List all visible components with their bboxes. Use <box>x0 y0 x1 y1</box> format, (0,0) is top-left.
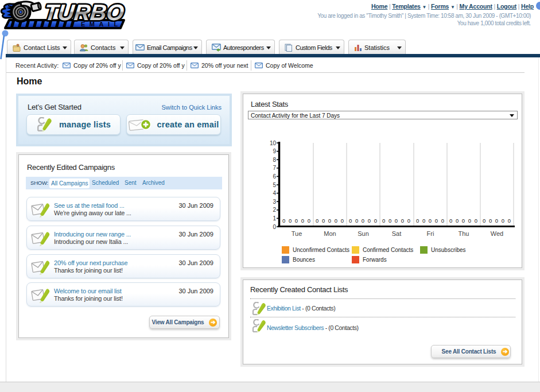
svg-text:7: 7 <box>273 165 276 171</box>
svg-text:Unconfirmed Contacts: Unconfirmed Contacts <box>293 247 349 253</box>
svg-text:Tue: Tue <box>291 230 302 237</box>
svg-text:0 0 0 0 0: 0 0 0 0 0 <box>416 218 444 224</box>
svg-text:Unsubscribes: Unsubscribes <box>431 247 466 253</box>
svg-text:0 0 0 0 0: 0 0 0 0 0 <box>282 218 310 224</box>
svg-text:Confirmed Contacts: Confirmed Contacts <box>363 247 413 253</box>
svg-text:0: 0 <box>273 224 276 230</box>
svg-text:10: 10 <box>269 140 276 146</box>
svg-text:Wed: Wed <box>490 230 503 237</box>
svg-text:Bounces: Bounces <box>293 257 315 263</box>
svg-text:0 0 0 0 0: 0 0 0 0 0 <box>449 218 477 224</box>
svg-text:Forwards: Forwards <box>363 257 387 263</box>
svg-text:Sat: Sat <box>391 230 401 237</box>
svg-text:Fri: Fri <box>426 230 434 237</box>
svg-text:0 0 0 0 0: 0 0 0 0 0 <box>382 218 410 224</box>
svg-text:Thu: Thu <box>458 230 469 237</box>
svg-text:1: 1 <box>273 215 276 222</box>
svg-text:2: 2 <box>273 207 276 213</box>
svg-text:8: 8 <box>273 157 276 163</box>
svg-text:Sun: Sun <box>358 230 369 237</box>
svg-text:0 0 0 0 0: 0 0 0 0 0 <box>349 218 377 224</box>
svg-text:5: 5 <box>273 182 276 188</box>
svg-text:0 0 0 0 0: 0 0 0 0 0 <box>483 218 511 224</box>
svg-text:4: 4 <box>273 190 276 196</box>
svg-text:Mon: Mon <box>324 230 336 237</box>
svg-text:6: 6 <box>273 173 276 180</box>
svg-text:9: 9 <box>273 148 276 154</box>
svg-text:TURBO: TURBO <box>43 0 125 24</box>
svg-text:0 0 0 0 0: 0 0 0 0 0 <box>316 218 344 224</box>
svg-text:3: 3 <box>273 199 276 205</box>
